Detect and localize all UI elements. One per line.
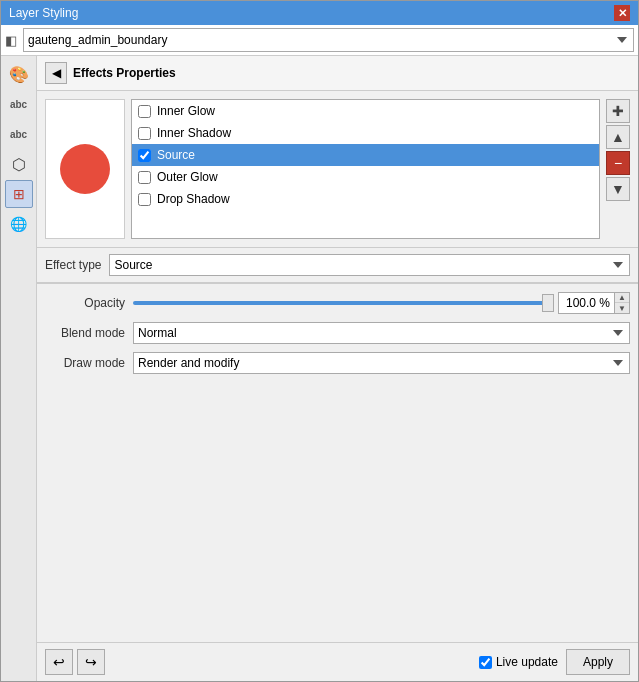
abc2-icon: abc bbox=[10, 129, 27, 140]
effects-side-buttons: ✚ ▲ − ▼ bbox=[606, 99, 630, 239]
close-button[interactable]: ✕ bbox=[614, 5, 630, 21]
blend-mode-row: Blend mode Normal bbox=[45, 322, 630, 344]
blend-mode-label: Blend mode bbox=[45, 326, 125, 340]
title-bar: Layer Styling ✕ bbox=[1, 1, 638, 25]
toolbar-abc2-button[interactable]: abc bbox=[5, 120, 33, 148]
live-update-text: Live update bbox=[496, 655, 558, 669]
layer-icon: ◧ bbox=[5, 33, 17, 48]
effect-type-label: Effect type bbox=[45, 258, 101, 272]
source-checkbox[interactable] bbox=[138, 149, 151, 162]
right-panel: ◀ Effects Properties Inner Glow bbox=[37, 56, 638, 681]
opacity-row: Opacity 100.0 % ▲ ▼ bbox=[45, 292, 630, 314]
opacity-slider[interactable] bbox=[133, 301, 554, 305]
remove-effect-button[interactable]: − bbox=[606, 151, 630, 175]
live-update-checkbox[interactable] bbox=[479, 656, 492, 669]
source-label: Source bbox=[157, 148, 195, 162]
down-effect-button[interactable]: ▼ bbox=[606, 177, 630, 201]
paint-icon: 🎨 bbox=[9, 65, 29, 84]
opacity-decrement-button[interactable]: ▼ bbox=[615, 303, 629, 313]
effects-title: Effects Properties bbox=[73, 66, 176, 80]
remove-icon: − bbox=[614, 155, 622, 171]
effect-item-drop-shadow[interactable]: Drop Shadow bbox=[132, 188, 599, 210]
toolbar-stack-button[interactable]: ⊞ bbox=[5, 180, 33, 208]
effect-item-inner-shadow[interactable]: Inner Shadow bbox=[132, 122, 599, 144]
up-icon: ▲ bbox=[611, 129, 625, 145]
toolbar-globe-button[interactable]: 🌐 bbox=[5, 210, 33, 238]
inner-glow-checkbox[interactable] bbox=[138, 105, 151, 118]
drop-shadow-label: Drop Shadow bbox=[157, 192, 230, 206]
effect-type-row: Effect type Source bbox=[37, 247, 638, 283]
effect-item-outer-glow[interactable]: Outer Glow bbox=[132, 166, 599, 188]
properties-section: Opacity 100.0 % ▲ ▼ Blend bbox=[37, 283, 638, 382]
add-effect-button[interactable]: ✚ bbox=[606, 99, 630, 123]
title-bar-left: Layer Styling bbox=[9, 6, 78, 20]
toolbar-3d-button[interactable]: ⬡ bbox=[5, 150, 33, 178]
add-icon: ✚ bbox=[612, 103, 624, 119]
effect-item-source[interactable]: Source bbox=[132, 144, 599, 166]
opacity-label: Opacity bbox=[45, 296, 125, 310]
outer-glow-checkbox[interactable] bbox=[138, 171, 151, 184]
opacity-increment-button[interactable]: ▲ bbox=[615, 293, 629, 303]
back-button[interactable]: ◀ bbox=[45, 62, 67, 84]
opacity-slider-container: 100.0 % ▲ ▼ bbox=[133, 292, 630, 314]
layer-dropdown[interactable]: gauteng_admin_boundary bbox=[23, 28, 634, 52]
blend-mode-control: Normal bbox=[133, 322, 630, 344]
blend-mode-select[interactable]: Normal bbox=[133, 322, 630, 344]
apply-button[interactable]: Apply bbox=[566, 649, 630, 675]
stack-icon: ⊞ bbox=[13, 186, 25, 202]
main-window: Layer Styling ✕ ◧ gauteng_admin_boundary… bbox=[0, 0, 639, 682]
draw-mode-row: Draw mode Render and modify bbox=[45, 352, 630, 374]
inner-glow-label: Inner Glow bbox=[157, 104, 215, 118]
outer-glow-label: Outer Glow bbox=[157, 170, 218, 184]
left-toolbar: 🎨 abc abc ⬡ ⊞ 🌐 bbox=[1, 56, 37, 681]
undo-icon: ↩ bbox=[53, 654, 65, 670]
undo-button[interactable]: ↩ bbox=[45, 649, 73, 675]
preview-box bbox=[45, 99, 125, 239]
live-update-label[interactable]: Live update bbox=[479, 655, 558, 669]
inner-shadow-label: Inner Shadow bbox=[157, 126, 231, 140]
effects-body: Inner Glow Inner Shadow Source bbox=[37, 91, 638, 247]
bottom-left-buttons: ↩ ↪ bbox=[45, 649, 471, 675]
down-icon: ▼ bbox=[611, 181, 625, 197]
inner-shadow-checkbox[interactable] bbox=[138, 127, 151, 140]
effects-list-container: Inner Glow Inner Shadow Source bbox=[131, 99, 600, 239]
effects-list: Inner Glow Inner Shadow Source bbox=[131, 99, 600, 239]
toolbar-abc1-button[interactable]: abc bbox=[5, 90, 33, 118]
bottom-bar: ↩ ↪ Live update Apply bbox=[37, 642, 638, 681]
effects-header: ◀ Effects Properties bbox=[37, 56, 638, 91]
opacity-value-box: 100.0 % ▲ ▼ bbox=[558, 292, 630, 314]
toolbar-paint-button[interactable]: 🎨 bbox=[5, 60, 33, 88]
redo-button[interactable]: ↪ bbox=[77, 649, 105, 675]
preview-circle bbox=[60, 144, 110, 194]
layer-dropdown-bar: ◧ gauteng_admin_boundary bbox=[1, 25, 638, 56]
draw-mode-select[interactable]: Render and modify bbox=[133, 352, 630, 374]
opacity-value: 100.0 % bbox=[559, 296, 614, 310]
main-content: 🎨 abc abc ⬡ ⊞ 🌐 ◀ Effects Propertie bbox=[1, 56, 638, 681]
spacer-area bbox=[37, 382, 638, 642]
redo-icon: ↪ bbox=[85, 654, 97, 670]
globe-icon: 🌐 bbox=[10, 216, 27, 232]
effect-type-select[interactable]: Source bbox=[109, 254, 630, 276]
drop-shadow-checkbox[interactable] bbox=[138, 193, 151, 206]
window-title: Layer Styling bbox=[9, 6, 78, 20]
draw-mode-control: Render and modify bbox=[133, 352, 630, 374]
3d-icon: ⬡ bbox=[12, 155, 26, 174]
opacity-spinner: ▲ ▼ bbox=[614, 293, 629, 313]
abc1-icon: abc bbox=[10, 99, 27, 110]
draw-mode-label: Draw mode bbox=[45, 356, 125, 370]
up-effect-button[interactable]: ▲ bbox=[606, 125, 630, 149]
effect-item-inner-glow[interactable]: Inner Glow bbox=[132, 100, 599, 122]
